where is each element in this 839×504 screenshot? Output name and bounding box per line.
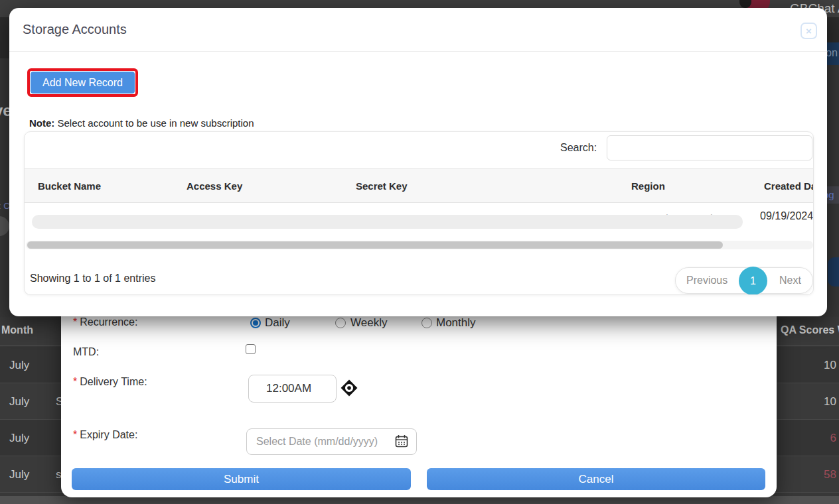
expiry-date-label: *Expiry Date: [73,429,137,441]
accounts-table-card: Search: Bucket Name Access Key Secret Ke… [24,131,814,295]
background-text-fragment: : C [0,201,10,211]
month-cell: July [9,395,29,409]
modal-title: Storage Accounts [23,22,127,37]
radio-weekly[interactable] [335,318,346,328]
account-row[interactable]: ( g ) 09/19/2024 [25,203,814,240]
recurrence-label: *Recurrence: [73,316,137,328]
required-marker: * [73,316,77,328]
expiry-date-input[interactable] [246,428,417,455]
qa-value-cell: 10 [790,395,836,409]
qa-value-cell: 58 [790,468,836,481]
time-picker-icon[interactable] [341,379,358,397]
qa-value-cell: 10 [790,359,836,372]
required-marker: * [73,376,77,387]
created-date-cell: 09/19/2024 [760,210,814,222]
redacted-account-data [32,215,743,229]
qa-value-cell: 6 [790,432,836,445]
column-header-created-date: Created Date [764,180,814,192]
search-input[interactable] [607,135,812,160]
delivery-time-input[interactable] [248,375,337,403]
column-header-access-key: Access Key [187,180,242,192]
current-page-button[interactable]: 1 [739,267,767,295]
delivery-time-label: *Delivery Time: [73,376,147,388]
previous-page-button[interactable]: Previous [686,275,727,286]
close-icon[interactable]: × [801,23,817,39]
radio-weekly-label[interactable]: Weekly [350,316,387,330]
radio-monthly-label[interactable]: Monthly [436,316,476,330]
month-cell: July [9,468,29,481]
search-label: Search: [560,142,597,154]
horizontal-scrollbar-thumb[interactable] [27,241,723,249]
background-button-edge[interactable] [828,257,839,286]
mtd-label: MTD: [73,346,99,358]
column-header-qa-scores: QA Scores W [781,324,839,336]
radio-monthly[interactable] [421,318,432,328]
column-header-bucket-name: Bucket Name [38,180,101,192]
calendar-icon[interactable] [395,434,408,448]
month-cell: July [9,432,29,445]
column-header-secret-key: Secret Key [356,180,408,192]
required-marker: * [73,429,77,440]
entries-info: Showing 1 to 1 of 1 entries [30,273,155,284]
header-divider [9,51,827,52]
mtd-checkbox[interactable] [246,344,256,354]
accounts-table-header: Bucket Name Access Key Secret Key Region… [25,168,814,203]
pagination: Previous 1 Next [675,267,813,294]
radio-daily[interactable] [250,318,261,328]
subscription-form-modal: *Recurrence: Daily Weekly Monthly MTD: *… [61,304,777,497]
column-header-region: Region [631,180,665,192]
storage-accounts-modal: Storage Accounts × Add New Record Note: … [9,8,827,316]
add-new-record-button[interactable]: Add New Record [31,72,135,94]
note-label: Note: [29,117,54,129]
cancel-button[interactable]: Cancel [427,468,765,490]
background-avatar [0,216,9,236]
next-page-button[interactable]: Next [779,275,801,286]
submit-button[interactable]: Submit [72,468,411,490]
column-header-month: Month [1,324,33,336]
month-cell: July [9,359,29,372]
radio-daily-label[interactable]: Daily [265,316,290,330]
note-text: Note: Select account to be use in new su… [29,117,254,129]
